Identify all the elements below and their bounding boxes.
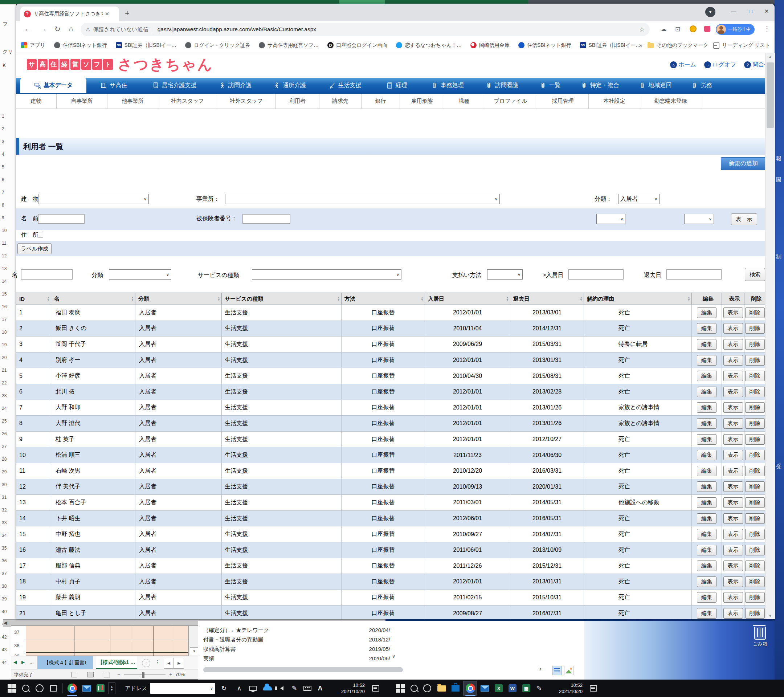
- header-link[interactable]: ⌂ホーム: [670, 61, 696, 69]
- sheet-menu-icon[interactable]: ⋮: [155, 659, 160, 665]
- minimize-button[interactable]: —: [726, 5, 741, 17]
- deskband-spinner[interactable]: ▲▼: [107, 680, 116, 697]
- excel-cell[interactable]: [154, 653, 174, 656]
- delete-button[interactable]: 削除: [745, 513, 765, 524]
- delete-button[interactable]: 削除: [745, 466, 765, 476]
- column-header[interactable]: 分類▲▼: [135, 293, 222, 305]
- excel-cell[interactable]: [154, 639, 174, 653]
- column-header[interactable]: 退去日▲▼: [510, 293, 584, 305]
- filter-select-2[interactable]: ∨: [684, 214, 714, 224]
- nav-tab[interactable]: 特定・複合: [571, 78, 629, 93]
- excel-cell[interactable]: [174, 639, 188, 653]
- excel-cell[interactable]: [110, 639, 132, 653]
- taskbar-store-icon[interactable]: [449, 680, 463, 697]
- delete-button[interactable]: 削除: [745, 498, 765, 508]
- bookmark-item[interactable]: 岡崎信用金庫: [470, 42, 510, 49]
- view-button[interactable]: 表示: [723, 418, 743, 429]
- taskbar-search-icon[interactable]: [20, 680, 32, 697]
- view-button[interactable]: 表示: [723, 608, 743, 619]
- taskbar-folder-icon[interactable]: [435, 680, 449, 697]
- bookmark-item[interactable]: SBISBI証券（旧SBIイー…: [116, 42, 176, 49]
- other-bookmarks-label[interactable]: その他のブックマーク: [657, 42, 708, 49]
- ime-mode-indicator[interactable]: A: [315, 680, 325, 697]
- edit-button[interactable]: 編集: [697, 323, 716, 334]
- zoom-slider-thumb[interactable]: [142, 672, 145, 678]
- reading-list-label[interactable]: リーディング リスト: [722, 42, 770, 49]
- excel-cell[interactable]: [26, 653, 74, 656]
- view-button[interactable]: 表示: [723, 323, 743, 334]
- submenu-item[interactable]: 銀行: [362, 94, 400, 109]
- scroll-down-icon[interactable]: ▼: [766, 612, 775, 619]
- edit-button[interactable]: 編集: [697, 418, 716, 429]
- delete-button[interactable]: 削除: [745, 592, 765, 603]
- delete-button[interactable]: 削除: [745, 577, 765, 587]
- edit-button[interactable]: 編集: [697, 498, 716, 508]
- address-refresh-icon[interactable]: ↻: [218, 680, 230, 697]
- thumbnail-view-icon[interactable]: [564, 666, 573, 675]
- bookmark-item[interactable]: 恋するなつおちゃん！…: [396, 42, 462, 49]
- zoom-in-icon[interactable]: ＋: [168, 671, 173, 678]
- sort-icon[interactable]: ▲▼: [337, 296, 341, 301]
- delete-button[interactable]: 削除: [745, 339, 765, 349]
- column-header[interactable]: 表示: [722, 293, 744, 305]
- file-list-scroll-down-icon[interactable]: ∨: [392, 653, 395, 659]
- view-button[interactable]: 表示: [723, 450, 743, 460]
- file-list-more-icon[interactable]: ›: [539, 665, 542, 673]
- submenu-item[interactable]: 他事業所: [107, 94, 158, 109]
- excel-hscroll-left-icon[interactable]: ◀: [164, 658, 174, 669]
- service-type-select[interactable]: ∨: [252, 269, 402, 280]
- bookmarks-overflow-icon[interactable]: »: [639, 42, 642, 49]
- taskbar-clock[interactable]: 10:522021/10/20: [328, 680, 365, 697]
- page-break-view-icon[interactable]: [104, 672, 110, 677]
- address-checkbox[interactable]: [38, 232, 43, 237]
- edit-button[interactable]: 編集: [697, 339, 716, 349]
- url-text[interactable]: gasrv.japanwest.cloudapp.azure.com/web/B…: [158, 26, 639, 33]
- excel-cell[interactable]: [74, 639, 110, 653]
- back-icon[interactable]: ←: [24, 25, 31, 33]
- tray-display-icon[interactable]: [247, 680, 259, 697]
- sheet-nav-left-icon[interactable]: ◀: [13, 660, 17, 665]
- taskbar-payroll-icon[interactable]: [94, 680, 107, 697]
- excel-vertical-scrollbar[interactable]: ▼: [188, 626, 198, 656]
- view-button[interactable]: 表示: [723, 592, 743, 603]
- insured-no-input[interactable]: [242, 214, 290, 224]
- sheet-tab-2[interactable]: 【様式4別添1 …: [96, 656, 137, 669]
- taskbar-clock-2[interactable]: 10:522021/10/20: [546, 680, 583, 697]
- sort-icon[interactable]: ▲▼: [687, 296, 692, 301]
- delete-button[interactable]: 削除: [745, 529, 765, 539]
- taskbar-mail-icon[interactable]: [80, 680, 94, 697]
- pink-extension-icon[interactable]: [704, 26, 710, 32]
- excel-cell[interactable]: [154, 626, 174, 639]
- taskbar-search-icon-2[interactable]: [408, 680, 420, 697]
- submenu-item[interactable]: 雇用形態: [400, 94, 444, 109]
- edit-button[interactable]: 編集: [697, 387, 716, 397]
- sheet-tab-1[interactable]: 【様式４】計画書Ⅰ: [37, 656, 93, 669]
- cloud-icon[interactable]: ☁: [660, 25, 667, 33]
- delete-button[interactable]: 削除: [745, 308, 765, 318]
- excel-cell[interactable]: [110, 626, 132, 639]
- bookmark-item[interactable]: アプリ: [21, 42, 45, 49]
- tray-pen-icon[interactable]: ✎: [289, 680, 300, 697]
- edit-button[interactable]: 編集: [697, 545, 716, 555]
- close-button[interactable]: ✕: [759, 5, 774, 17]
- excel-cell[interactable]: [132, 639, 154, 653]
- tab-close-icon[interactable]: ✕: [105, 11, 109, 17]
- list-view-icon[interactable]: [552, 666, 562, 675]
- submenu-item[interactable]: 社内スタッフ: [158, 94, 217, 109]
- nav-tab[interactable]: 居宅介護支援: [141, 78, 208, 93]
- building-select[interactable]: ∨: [38, 194, 149, 204]
- excel-cell[interactable]: [74, 626, 110, 639]
- column-header[interactable]: サービスの種類▲▼: [222, 293, 341, 305]
- nav-tab[interactable]: 労務: [682, 78, 721, 93]
- file-item[interactable]: 収残高計算書: [203, 645, 236, 653]
- payment-method-select[interactable]: ∨: [487, 269, 523, 280]
- notification-center-icon-2[interactable]: [587, 680, 600, 697]
- column-header[interactable]: ID▲▼: [16, 293, 51, 305]
- scroll-left-icon[interactable]: ◀: [3, 620, 7, 626]
- nav-tab[interactable]: 事務処理: [420, 78, 475, 93]
- search-name-input[interactable]: [21, 269, 72, 280]
- sheet-nav-right-icon[interactable]: ▶: [21, 660, 25, 665]
- tray-pen-icon-2[interactable]: ✎: [534, 680, 544, 697]
- nav-tab[interactable]: 地域巡回: [629, 78, 682, 93]
- scrollbar-thumb[interactable]: [767, 63, 774, 128]
